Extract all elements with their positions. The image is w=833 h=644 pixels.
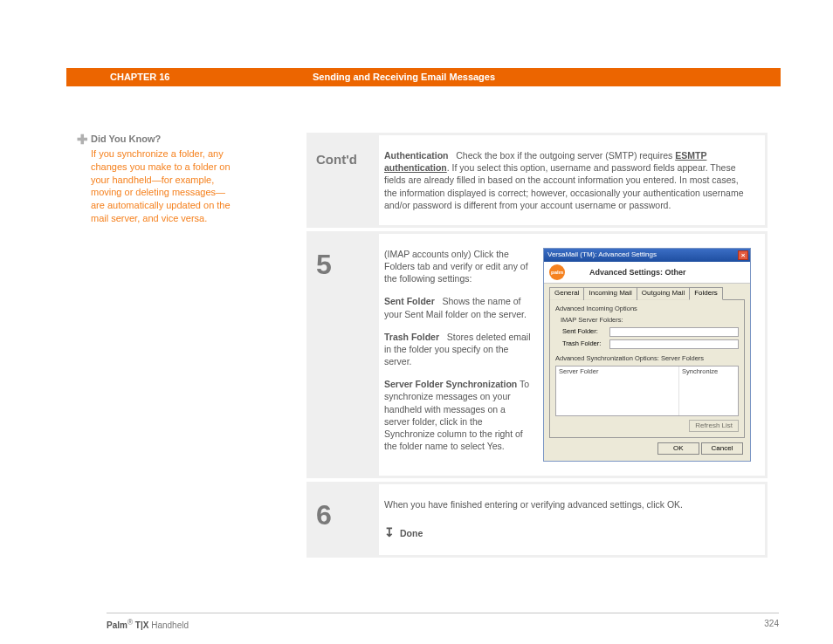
footer-product: Palm® T|X Handheld — [107, 618, 189, 632]
done-indicator: ↧ Done — [384, 524, 753, 541]
dialog-titlebar: VersaMail (TM): Advanced Settings × — [544, 249, 750, 262]
list-col-synchronize: Synchronize — [678, 367, 738, 415]
done-label: Done — [400, 527, 423, 539]
sync-label: Server Folder Synchronization — [384, 379, 517, 389]
auth-label: Authentication — [384, 150, 449, 161]
step-5: 5 (IMAP accounts only) Click the Folders… — [306, 231, 768, 478]
dialog-heading: Advanced Settings: Other — [589, 267, 686, 277]
tab-general[interactable]: General — [549, 287, 584, 300]
sidebar-body: If you synchronize a folder, any changes… — [91, 147, 232, 225]
plus-icon: ✚ — [77, 131, 88, 148]
server-folder-list[interactable]: Server Folder Synchronize — [555, 366, 739, 416]
step-6-body: When you have finished entering or verif… — [379, 484, 765, 555]
auth-text-pre: Check the box if the outgoing server (SM… — [456, 150, 675, 161]
step-5-body: (IMAP accounts only) Click the Folders t… — [379, 234, 765, 476]
group-adv-incoming: Advanced Incoming Options — [555, 305, 739, 313]
tab-outgoing-mail[interactable]: Outgoing Mail — [637, 287, 690, 300]
step-contd: Cont'd Authentication Check the box if t… — [306, 133, 768, 228]
list-col-server-folder: Server Folder — [556, 367, 678, 415]
step-5-intro: (IMAP accounts only) Click the Folders t… — [384, 248, 531, 285]
palm-logo-icon: palm — [549, 264, 565, 280]
dialog-title: VersaMail (TM): Advanced Settings — [547, 250, 738, 260]
dialog-screenshot: VersaMail (TM): Advanced Settings × palm… — [543, 248, 753, 462]
step-6-text: When you have finished entering or verif… — [384, 498, 753, 510]
step-6-number: 6 — [309, 484, 379, 555]
dialog-tabs: General Incoming Mail Outgoing Mail Fold… — [549, 287, 745, 300]
tab-incoming-mail[interactable]: Incoming Mail — [583, 287, 637, 300]
step-contd-body: Authentication Check the box if the outg… — [379, 135, 765, 225]
trash-folder-label: Trash Folder — [384, 332, 439, 342]
tab-folders[interactable]: Folders — [689, 287, 723, 300]
trash-folder-input[interactable] — [609, 339, 739, 349]
group-adv-sync: Advanced Synchronization Options: Server… — [555, 354, 739, 363]
page-footer: Palm® T|X Handheld 324 — [107, 613, 779, 632]
step-contd-label: Cont'd — [309, 135, 379, 225]
chapter-label: CHAPTER 16 — [110, 71, 313, 84]
page-number: 324 — [764, 618, 779, 632]
sent-folder-input[interactable] — [609, 327, 739, 337]
steps-container: Cont'd Authentication Check the box if t… — [306, 133, 768, 561]
done-arrow-icon: ↧ — [384, 524, 395, 541]
refresh-list-button[interactable]: Refresh List — [689, 420, 739, 432]
step-5-number: 5 — [309, 234, 379, 476]
sent-folder-field-label: Sent Folder: — [562, 327, 609, 336]
cancel-button[interactable]: Cancel — [701, 442, 743, 455]
group-imap-server-folders: IMAP Server Folders: — [561, 316, 739, 325]
chapter-title: Sending and Receiving Email Messages — [313, 71, 495, 84]
sidebar-heading: Did You Know? — [91, 133, 232, 146]
step-6: 6 When you have finished entering or ver… — [306, 482, 768, 558]
sync-body: To synchronize messages on your handheld… — [384, 379, 529, 451]
trash-folder-field-label: Trash Folder: — [562, 339, 609, 348]
did-you-know-sidebar: ✚ Did You Know? If you synchronize a fol… — [91, 133, 232, 225]
chapter-header-bar: CHAPTER 16 Sending and Receiving Email M… — [66, 68, 781, 86]
ok-button[interactable]: OK — [657, 442, 699, 455]
dialog-tab-panel: Advanced Incoming Options IMAP Server Fo… — [549, 299, 745, 438]
close-icon[interactable]: × — [738, 250, 748, 260]
sent-folder-label: Sent Folder — [384, 296, 435, 306]
